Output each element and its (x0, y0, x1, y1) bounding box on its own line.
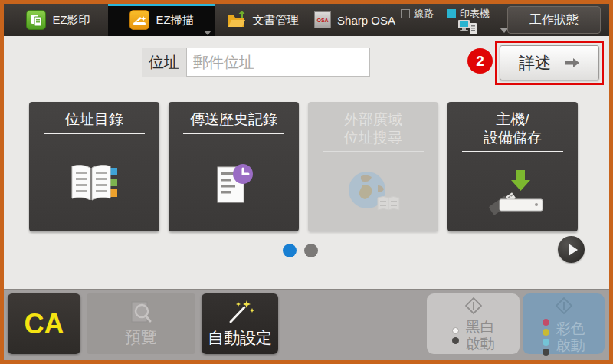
line-status-label: 線路 (414, 7, 434, 21)
copy-icon (26, 10, 46, 30)
folder-icon (227, 11, 247, 29)
arrow-right-icon (565, 57, 580, 68)
job-status-label: 工作狀態 (529, 12, 579, 28)
mfp-touch-screen: EZ影印 EZ掃描 文書管理 (0, 0, 613, 364)
tab-sharp-osa[interactable]: OSA Sharp OSA (310, 4, 400, 36)
tile-global-address-search: 外部廣域 位址搜尋 (308, 102, 438, 231)
start-diamond-icon (462, 297, 485, 318)
job-status-button[interactable]: 工作狀態 (507, 6, 601, 34)
tile-title: 主機/ (496, 110, 529, 129)
bw-start-label-line2: 啟動 (466, 336, 495, 353)
bw-start-label-line1: 黑白 (466, 319, 495, 336)
address-input[interactable] (186, 48, 370, 77)
usb-storage-icon (480, 152, 546, 231)
cmyk-dots-icon (543, 319, 549, 356)
magic-wand-icon (225, 299, 255, 325)
tile-title: 傳送歷史記錄 (190, 110, 277, 129)
tile-transmission-history[interactable]: 傳送歷史記錄 (169, 102, 299, 231)
play-arrow-icon (569, 244, 578, 256)
tile-title: 外部廣域 (344, 110, 402, 129)
annotation-step-badge: 2 (467, 48, 493, 74)
ca-clear-all-button[interactable]: CA (8, 293, 80, 354)
line-checkbox-icon (401, 9, 410, 18)
tile-title-line2: 位址搜尋 (344, 129, 402, 147)
auto-set-label: 自動設定 (208, 327, 272, 349)
bw-start-button: 黑白 啟動 (427, 293, 520, 354)
start-diamond-icon (552, 297, 575, 318)
tile-title-line2: 設備儲存 (484, 129, 542, 147)
color-start-label-line2: 啟動 (556, 337, 585, 354)
global-address-search-icon (344, 152, 402, 231)
page-dot-1[interactable] (283, 244, 297, 257)
tab-ez-copy[interactable]: EZ影印 (8, 4, 108, 36)
scan-icon (129, 10, 149, 30)
chevron-down-icon[interactable] (204, 31, 211, 35)
osa-icon: OSA (314, 11, 331, 28)
details-button-label: 詳述 (519, 52, 551, 74)
line-status: 線路 (401, 7, 434, 21)
tab-document-filing[interactable]: 文書管理 (215, 4, 310, 36)
details-button[interactable]: 詳述 (500, 45, 599, 80)
preview-magnifier-icon (128, 300, 154, 325)
tile-hdd-device-storage[interactable]: 主機/ 設備儲存 (447, 102, 578, 231)
tab-label: Sharp OSA (337, 14, 395, 27)
address-book-icon (67, 134, 121, 231)
tab-label: EZ影印 (52, 13, 90, 28)
bw-dots-icon (452, 327, 459, 344)
tile-address-book[interactable]: 位址目錄 (29, 102, 159, 231)
ca-label: CA (25, 308, 64, 340)
preview-label: 預覽 (125, 326, 157, 348)
tile-title: 位址目錄 (65, 110, 123, 129)
tab-label: 文書管理 (253, 13, 299, 28)
address-label: 位址 (142, 48, 186, 77)
annotation-highlight-box: 詳述 (495, 41, 604, 85)
tab-ez-scan[interactable]: EZ掃描 (108, 4, 215, 36)
preview-button: 預覽 (87, 293, 195, 354)
printer-device-icon[interactable] (457, 18, 480, 38)
bottom-toolbar: CA 預覽 自動設定 (4, 289, 609, 360)
printer-status-square-icon (447, 9, 456, 18)
color-start-button: 彩色 啟動 (523, 293, 605, 354)
next-page-button[interactable] (558, 236, 585, 263)
top-bar: EZ影印 EZ掃描 文書管理 (4, 4, 609, 36)
auto-set-button[interactable]: 自動設定 (202, 293, 278, 354)
history-icon (208, 134, 259, 231)
color-start-label-line1: 彩色 (556, 320, 585, 337)
page-dot-2[interactable] (304, 244, 318, 257)
tab-label: EZ掃描 (156, 13, 193, 28)
